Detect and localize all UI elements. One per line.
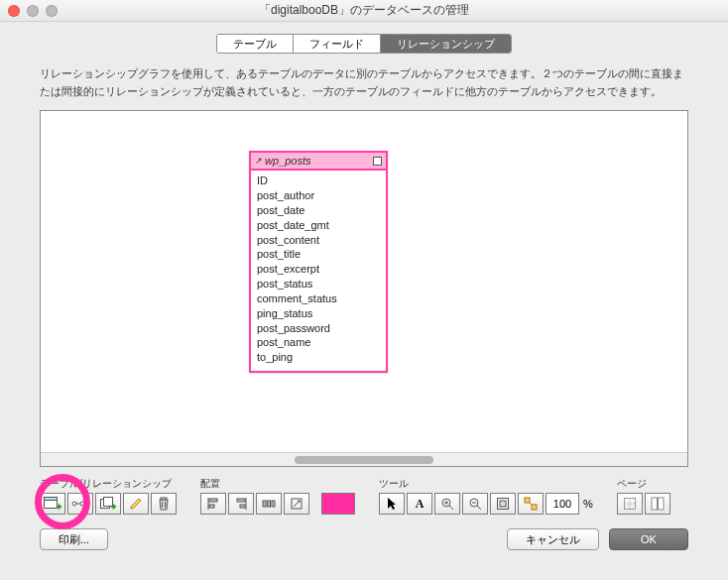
svg-rect-13	[161, 498, 167, 500]
svg-line-27	[449, 506, 453, 510]
table-occurrence-title: wp_posts	[265, 155, 310, 167]
svg-line-31	[477, 506, 481, 510]
delete-button[interactable]	[151, 493, 177, 515]
field-item[interactable]: to_ping	[257, 350, 380, 365]
svg-rect-1	[45, 498, 58, 501]
field-item[interactable]: post_date	[257, 203, 380, 218]
svg-rect-41	[652, 498, 658, 510]
ok-button[interactable]: OK	[609, 528, 688, 550]
page-breaks-button[interactable]	[617, 493, 643, 515]
tab-segmented: テーブル フィールド リレーションシップ	[216, 34, 512, 54]
distribute-h-button[interactable]	[256, 493, 282, 515]
group-tools: ツール A 100 %	[379, 477, 593, 515]
field-item[interactable]: post_name	[257, 335, 380, 350]
svg-rect-20	[237, 499, 245, 502]
field-item[interactable]: post_password	[257, 321, 380, 336]
zoom-in-button[interactable]	[434, 493, 460, 515]
svg-point-4	[72, 502, 76, 506]
svg-rect-22	[263, 501, 266, 507]
relationship-canvas[interactable]: ↗ wp_posts ID post_author post_date post…	[40, 110, 688, 467]
horizontal-scrollbar[interactable]	[41, 452, 687, 466]
table-occurrence-wp-posts[interactable]: ↗ wp_posts ID post_author post_date post…	[249, 151, 388, 373]
text-a-icon: A	[416, 497, 425, 512]
field-item[interactable]: comment_status	[257, 291, 380, 306]
group-label: 配置	[200, 477, 355, 491]
pointer-tool-button[interactable]	[379, 493, 405, 515]
table-occurrence-fields: ID post_author post_date post_date_gmt p…	[251, 171, 386, 371]
color-swatch[interactable]	[321, 493, 355, 515]
window-title: 「digitalbooDB」のデータベースの管理	[259, 2, 469, 19]
expand-icon: ↗	[255, 156, 263, 166]
group-tables-relationships: テーブル/リレーションシップ	[40, 477, 177, 515]
select-related-button[interactable]	[518, 493, 544, 515]
field-item[interactable]: ID	[257, 174, 380, 188]
tab-relationships[interactable]: リレーションシップ	[381, 35, 511, 53]
print-setup-button[interactable]	[645, 493, 670, 515]
group-pages: ページ	[617, 477, 670, 515]
field-item[interactable]: post_excerpt	[257, 262, 380, 277]
description-text: リレーションシップグラフを使用して、あるテーブルのデータに別のテーブルからアクセ…	[0, 59, 728, 110]
svg-rect-24	[272, 501, 275, 507]
svg-rect-34	[500, 501, 506, 507]
field-item[interactable]: ping_status	[257, 306, 380, 321]
group-label: ツール	[379, 477, 593, 491]
close-window-button[interactable]	[8, 5, 20, 17]
text-note-tool-button[interactable]: A	[407, 493, 432, 515]
svg-rect-35	[525, 498, 530, 503]
zoom-field[interactable]: 100	[546, 493, 579, 515]
field-item[interactable]: post_date_gmt	[257, 218, 380, 233]
svg-rect-18	[209, 505, 214, 508]
zoom-percent-label: %	[581, 498, 593, 510]
group-align: 配置	[200, 477, 355, 515]
print-button[interactable]: 印刷...	[40, 528, 108, 550]
svg-line-37	[530, 503, 532, 505]
table-occurrence-header[interactable]: ↗ wp_posts	[251, 153, 386, 171]
field-item[interactable]: post_title	[257, 247, 380, 262]
tab-tables[interactable]: テーブル	[217, 35, 294, 53]
fit-window-button[interactable]	[490, 493, 516, 515]
add-table-button[interactable]	[40, 493, 65, 515]
svg-rect-42	[658, 498, 664, 510]
zoom-out-button[interactable]	[462, 493, 488, 515]
field-item[interactable]: post_author	[257, 188, 380, 203]
zoom-window-button[interactable]	[46, 5, 58, 17]
minimize-window-button[interactable]	[27, 5, 39, 17]
traffic-lights	[8, 5, 58, 17]
group-label: テーブル/リレーションシップ	[40, 477, 177, 491]
dialog-footer: 印刷... キャンセル OK	[0, 519, 728, 550]
edit-button[interactable]	[123, 493, 149, 515]
zoom-value: 100	[553, 498, 571, 510]
group-label: ページ	[617, 477, 670, 491]
duplicate-button[interactable]	[95, 493, 121, 515]
collapse-icon[interactable]	[373, 157, 382, 166]
svg-rect-10	[104, 498, 113, 507]
svg-rect-21	[240, 505, 245, 508]
tab-fields[interactable]: フィールド	[294, 35, 381, 53]
svg-rect-36	[532, 505, 537, 510]
svg-rect-17	[209, 499, 217, 502]
bottom-toolbar: テーブル/リレーションシップ 配置	[0, 475, 728, 519]
resize-button[interactable]	[284, 493, 309, 515]
tab-row: テーブル フィールド リレーションシップ	[0, 22, 728, 59]
scrollbar-thumb[interactable]	[295, 456, 433, 464]
cancel-button[interactable]: キャンセル	[507, 528, 599, 550]
field-item[interactable]: post_content	[257, 233, 380, 248]
add-relationship-button[interactable]	[67, 493, 93, 515]
svg-point-5	[80, 502, 84, 506]
svg-rect-23	[268, 501, 271, 507]
align-left-button[interactable]	[200, 493, 226, 515]
align-right-button[interactable]	[228, 493, 254, 515]
titlebar: 「digitalbooDB」のデータベースの管理	[0, 0, 728, 22]
field-item[interactable]: post_status	[257, 277, 380, 291]
